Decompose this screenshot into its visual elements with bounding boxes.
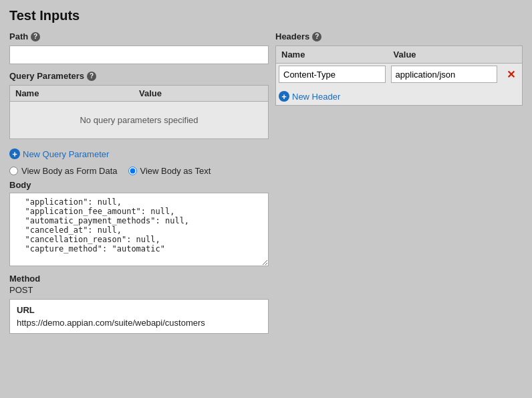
header-name-cell bbox=[276, 64, 388, 86]
method-label: Method bbox=[9, 274, 269, 284]
add-header-icon: + bbox=[279, 91, 289, 102]
add-header-label: New Header bbox=[292, 92, 340, 102]
headers-col-actions bbox=[500, 46, 523, 64]
header-value-cell bbox=[388, 64, 500, 86]
path-help-icon[interactable]: ? bbox=[31, 32, 40, 41]
query-params-box: Name Value No query parameters specified bbox=[9, 85, 269, 139]
left-column: Path ? Query Parameters ? Name Value No … bbox=[9, 31, 269, 334]
page-title: Test Inputs bbox=[9, 8, 523, 23]
view-body-text-option[interactable]: View Body as Text bbox=[128, 166, 211, 176]
view-body-form-data-label: View Body as Form Data bbox=[21, 166, 118, 176]
table-row: ✕ bbox=[276, 64, 523, 86]
add-query-param-label: New Query Parameter bbox=[23, 149, 109, 159]
query-params-section-label: Query Parameters ? bbox=[9, 71, 269, 81]
method-value: POST bbox=[9, 285, 269, 295]
headers-table-header-row: Name Value bbox=[276, 46, 523, 64]
view-body-text-label: View Body as Text bbox=[140, 166, 211, 176]
headers-table: Name Value ✕ bbox=[275, 45, 523, 106]
header-value-input[interactable] bbox=[391, 66, 497, 83]
headers-label: Headers bbox=[275, 31, 309, 41]
headers-add-row: + New Header bbox=[276, 85, 523, 106]
path-input[interactable] bbox=[9, 45, 269, 64]
view-body-form-data-radio[interactable] bbox=[9, 167, 18, 175]
header-name-input[interactable] bbox=[279, 66, 386, 83]
headers-col-name: Name bbox=[276, 46, 388, 64]
headers-add-cell: + New Header bbox=[276, 85, 523, 106]
header-delete-cell: ✕ bbox=[500, 64, 523, 86]
query-params-table-header: Name Value bbox=[10, 86, 268, 102]
query-params-col-name: Name bbox=[15, 88, 139, 98]
header-delete-button[interactable]: ✕ bbox=[503, 67, 519, 82]
path-label: Path bbox=[9, 31, 28, 41]
view-body-text-radio[interactable] bbox=[128, 167, 137, 175]
headers-section-label: Headers ? bbox=[275, 31, 523, 41]
body-textarea[interactable]: "application": null, "application_fee_am… bbox=[9, 193, 269, 266]
url-label: URL bbox=[17, 305, 261, 315]
add-header-link[interactable]: + New Header bbox=[279, 87, 519, 103]
query-params-col-value: Value bbox=[139, 88, 263, 98]
add-query-param-icon: + bbox=[9, 148, 20, 159]
no-params-message: No query parameters specified bbox=[10, 102, 268, 138]
headers-col-value: Value bbox=[388, 46, 500, 64]
test-inputs-container: Test Inputs Path ? Query Parameters ? Na… bbox=[0, 0, 532, 342]
body-section-label: Body bbox=[9, 180, 269, 190]
add-query-param-link[interactable]: + New Query Parameter bbox=[9, 144, 269, 161]
main-layout: Path ? Query Parameters ? Name Value No … bbox=[9, 31, 523, 334]
body-wrap: "application": null, "application_fee_am… bbox=[9, 193, 269, 268]
url-box: URL https://demo.appian.com/suite/webapi… bbox=[9, 299, 269, 334]
right-column: Headers ? Name Value bbox=[275, 31, 523, 334]
query-params-label: Query Parameters bbox=[9, 71, 84, 81]
view-body-form-data-option[interactable]: View Body as Form Data bbox=[9, 166, 118, 176]
body-view-options: View Body as Form Data View Body as Text bbox=[9, 166, 269, 176]
query-params-help-icon[interactable]: ? bbox=[87, 72, 96, 81]
url-value: https://demo.appian.com/suite/webapi/cus… bbox=[17, 318, 261, 328]
path-section-label: Path ? bbox=[9, 31, 269, 41]
headers-help-icon[interactable]: ? bbox=[312, 32, 321, 41]
